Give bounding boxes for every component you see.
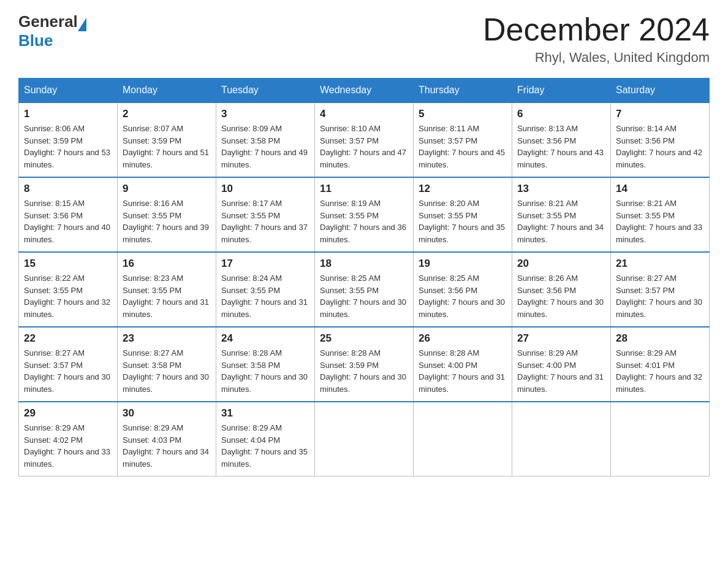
day-number: 2 bbox=[123, 108, 211, 120]
day-info: Sunrise: 8:19 AMSunset: 3:55 PMDaylight:… bbox=[320, 197, 408, 245]
calendar-cell: 15 Sunrise: 8:22 AMSunset: 3:55 PMDaylig… bbox=[19, 252, 118, 327]
day-number: 29 bbox=[24, 407, 112, 419]
day-number: 20 bbox=[517, 258, 605, 270]
day-info: Sunrise: 8:10 AMSunset: 3:57 PMDaylight:… bbox=[320, 123, 408, 170]
day-number: 21 bbox=[616, 258, 704, 270]
month-title: December 2024 bbox=[483, 12, 710, 47]
location-title: Rhyl, Wales, United Kingdom bbox=[483, 50, 710, 66]
calendar-cell: 16 Sunrise: 8:23 AMSunset: 3:55 PMDaylig… bbox=[118, 252, 216, 327]
calendar-cell: 27 Sunrise: 8:29 AMSunset: 4:00 PMDaylig… bbox=[512, 327, 611, 402]
day-info: Sunrise: 8:11 AMSunset: 3:57 PMDaylight:… bbox=[419, 123, 507, 170]
day-number: 30 bbox=[123, 407, 211, 419]
day-info: Sunrise: 8:25 AMSunset: 3:56 PMDaylight:… bbox=[419, 272, 507, 320]
day-info: Sunrise: 8:17 AMSunset: 3:55 PMDaylight:… bbox=[221, 197, 309, 245]
day-info: Sunrise: 8:28 AMSunset: 4:00 PMDaylight:… bbox=[419, 347, 507, 395]
weekday-header-thursday: Thursday bbox=[414, 79, 512, 103]
calendar-cell: 30 Sunrise: 8:29 AMSunset: 4:03 PMDaylig… bbox=[118, 402, 216, 477]
calendar-cell: 20 Sunrise: 8:26 AMSunset: 3:56 PMDaylig… bbox=[512, 252, 611, 327]
day-number: 19 bbox=[419, 258, 507, 270]
day-number: 14 bbox=[616, 183, 704, 195]
day-number: 25 bbox=[320, 332, 408, 345]
day-info: Sunrise: 8:29 AMSunset: 4:04 PMDaylight:… bbox=[221, 422, 309, 470]
calendar-cell: 19 Sunrise: 8:25 AMSunset: 3:56 PMDaylig… bbox=[414, 252, 512, 327]
day-info: Sunrise: 8:22 AMSunset: 3:55 PMDaylight:… bbox=[24, 272, 112, 320]
day-info: Sunrise: 8:24 AMSunset: 3:55 PMDaylight:… bbox=[221, 272, 309, 320]
calendar-cell: 4 Sunrise: 8:10 AMSunset: 3:57 PMDayligh… bbox=[315, 102, 414, 177]
week-row-1: 1 Sunrise: 8:06 AMSunset: 3:59 PMDayligh… bbox=[19, 102, 710, 177]
day-info: Sunrise: 8:25 AMSunset: 3:55 PMDaylight:… bbox=[320, 272, 408, 320]
day-number: 22 bbox=[24, 332, 112, 345]
day-number: 13 bbox=[517, 183, 605, 195]
calendar-cell bbox=[611, 402, 710, 477]
day-number: 4 bbox=[320, 108, 408, 120]
calendar-cell: 7 Sunrise: 8:14 AMSunset: 3:56 PMDayligh… bbox=[611, 102, 710, 177]
day-number: 8 bbox=[24, 183, 112, 195]
calendar-cell: 1 Sunrise: 8:06 AMSunset: 3:59 PMDayligh… bbox=[19, 102, 118, 177]
calendar-cell: 10 Sunrise: 8:17 AMSunset: 3:55 PMDaylig… bbox=[216, 177, 315, 252]
day-info: Sunrise: 8:27 AMSunset: 3:58 PMDaylight:… bbox=[123, 347, 211, 395]
day-info: Sunrise: 8:27 AMSunset: 3:57 PMDaylight:… bbox=[616, 272, 704, 320]
day-number: 24 bbox=[221, 332, 309, 345]
calendar-cell: 9 Sunrise: 8:16 AMSunset: 3:55 PMDayligh… bbox=[118, 177, 216, 252]
weekday-header-sunday: Sunday bbox=[19, 79, 118, 103]
week-row-5: 29 Sunrise: 8:29 AMSunset: 4:02 PMDaylig… bbox=[19, 402, 710, 477]
calendar-cell: 26 Sunrise: 8:28 AMSunset: 4:00 PMDaylig… bbox=[414, 327, 512, 402]
calendar-cell: 31 Sunrise: 8:29 AMSunset: 4:04 PMDaylig… bbox=[216, 402, 315, 477]
calendar-cell: 18 Sunrise: 8:25 AMSunset: 3:55 PMDaylig… bbox=[315, 252, 414, 327]
calendar-cell: 12 Sunrise: 8:20 AMSunset: 3:55 PMDaylig… bbox=[414, 177, 512, 252]
day-number: 10 bbox=[221, 183, 309, 195]
calendar-cell bbox=[315, 402, 414, 477]
day-info: Sunrise: 8:23 AMSunset: 3:55 PMDaylight:… bbox=[123, 272, 211, 320]
day-number: 15 bbox=[24, 258, 112, 270]
day-number: 26 bbox=[419, 332, 507, 345]
day-info: Sunrise: 8:07 AMSunset: 3:59 PMDaylight:… bbox=[123, 123, 211, 170]
day-number: 12 bbox=[419, 183, 507, 195]
day-number: 23 bbox=[123, 332, 211, 345]
weekday-header-monday: Monday bbox=[118, 79, 216, 103]
logo-triangle-icon bbox=[78, 18, 86, 31]
calendar-cell: 5 Sunrise: 8:11 AMSunset: 3:57 PMDayligh… bbox=[414, 102, 512, 177]
weekday-header-saturday: Saturday bbox=[611, 79, 710, 103]
calendar-cell: 21 Sunrise: 8:27 AMSunset: 3:57 PMDaylig… bbox=[611, 252, 710, 327]
day-number: 7 bbox=[616, 108, 704, 120]
calendar-cell: 24 Sunrise: 8:28 AMSunset: 3:58 PMDaylig… bbox=[216, 327, 315, 402]
calendar-cell: 25 Sunrise: 8:28 AMSunset: 3:59 PMDaylig… bbox=[315, 327, 414, 402]
calendar-cell: 28 Sunrise: 8:29 AMSunset: 4:01 PMDaylig… bbox=[611, 327, 710, 402]
day-info: Sunrise: 8:16 AMSunset: 3:55 PMDaylight:… bbox=[123, 197, 211, 245]
day-number: 1 bbox=[24, 108, 112, 120]
day-number: 5 bbox=[419, 108, 507, 120]
day-number: 28 bbox=[616, 332, 704, 345]
weekday-header-wednesday: Wednesday bbox=[315, 79, 414, 103]
calendar-cell bbox=[512, 402, 611, 477]
calendar-cell: 22 Sunrise: 8:27 AMSunset: 3:57 PMDaylig… bbox=[19, 327, 118, 402]
day-info: Sunrise: 8:29 AMSunset: 4:01 PMDaylight:… bbox=[616, 347, 704, 395]
calendar-cell: 23 Sunrise: 8:27 AMSunset: 3:58 PMDaylig… bbox=[118, 327, 216, 402]
day-info: Sunrise: 8:20 AMSunset: 3:55 PMDaylight:… bbox=[419, 197, 507, 245]
day-info: Sunrise: 8:21 AMSunset: 3:55 PMDaylight:… bbox=[616, 197, 704, 245]
day-number: 16 bbox=[123, 258, 211, 270]
page-header: General Blue December 2024 Rhyl, Wales, … bbox=[18, 12, 710, 66]
calendar-cell: 8 Sunrise: 8:15 AMSunset: 3:56 PMDayligh… bbox=[19, 177, 118, 252]
day-info: Sunrise: 8:15 AMSunset: 3:56 PMDaylight:… bbox=[24, 197, 112, 245]
logo-text-general: General bbox=[18, 12, 78, 31]
calendar-cell: 17 Sunrise: 8:24 AMSunset: 3:55 PMDaylig… bbox=[216, 252, 315, 327]
calendar-cell: 29 Sunrise: 8:29 AMSunset: 4:02 PMDaylig… bbox=[19, 402, 118, 477]
title-section: December 2024 Rhyl, Wales, United Kingdo… bbox=[483, 12, 710, 66]
weekday-header-tuesday: Tuesday bbox=[216, 79, 315, 103]
calendar-cell bbox=[414, 402, 512, 477]
day-number: 17 bbox=[221, 258, 309, 270]
day-info: Sunrise: 8:26 AMSunset: 3:56 PMDaylight:… bbox=[517, 272, 605, 320]
day-info: Sunrise: 8:21 AMSunset: 3:55 PMDaylight:… bbox=[517, 197, 605, 245]
day-number: 27 bbox=[517, 332, 605, 345]
day-number: 18 bbox=[320, 258, 408, 270]
calendar-cell: 14 Sunrise: 8:21 AMSunset: 3:55 PMDaylig… bbox=[611, 177, 710, 252]
weekday-header-friday: Friday bbox=[512, 79, 611, 103]
day-number: 9 bbox=[123, 183, 211, 195]
day-info: Sunrise: 8:28 AMSunset: 3:59 PMDaylight:… bbox=[320, 347, 408, 395]
calendar-cell: 6 Sunrise: 8:13 AMSunset: 3:56 PMDayligh… bbox=[512, 102, 611, 177]
logo-text-blue: Blue bbox=[18, 31, 86, 50]
day-info: Sunrise: 8:06 AMSunset: 3:59 PMDaylight:… bbox=[24, 123, 112, 170]
day-info: Sunrise: 8:29 AMSunset: 4:02 PMDaylight:… bbox=[24, 422, 112, 470]
day-number: 6 bbox=[517, 108, 605, 120]
week-row-2: 8 Sunrise: 8:15 AMSunset: 3:56 PMDayligh… bbox=[19, 177, 710, 252]
